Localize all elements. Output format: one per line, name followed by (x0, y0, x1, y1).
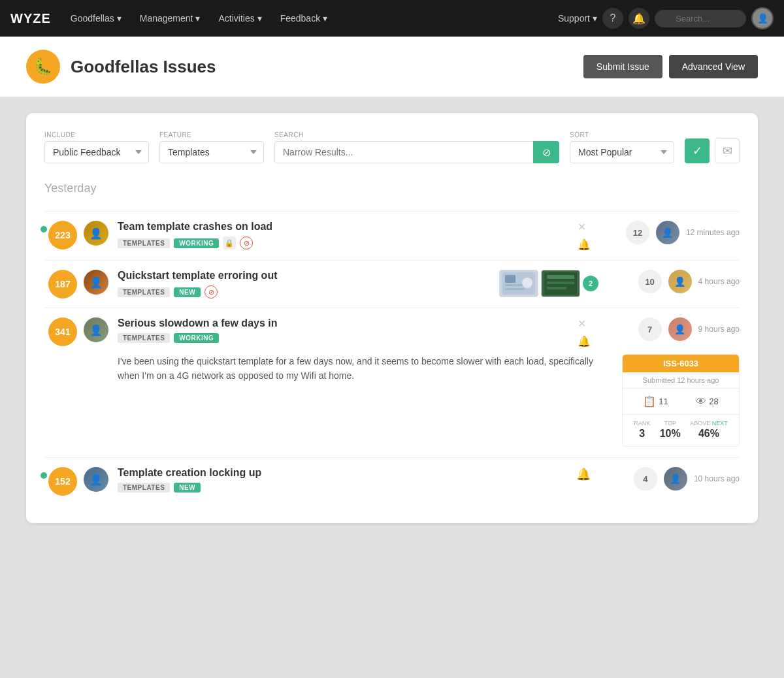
svg-rect-3 (505, 288, 525, 290)
nav-item-feedback[interactable]: Feedback ▾ (274, 9, 334, 27)
search-input[interactable] (274, 141, 559, 163)
nav-support[interactable]: Support ▾ (558, 13, 597, 24)
issue-item-2: 187 👤 Quickstart template erroring out T… (44, 260, 740, 308)
bell-action-icon-3[interactable]: 🔔 (578, 335, 591, 347)
issue-content-2: Quickstart template erroring out TEMPLAT… (118, 270, 499, 299)
tag-templates-3: TEMPLATES (118, 333, 170, 343)
vote-badge-2: 187 (48, 270, 77, 299)
thumbnail-2 (541, 270, 580, 297)
close-action-icon-3[interactable]: ✕ (578, 317, 591, 330)
nav-item-activities[interactable]: Activities ▾ (212, 9, 268, 27)
next-link[interactable]: NEXT (712, 420, 728, 427)
checkmark-icon: ✓ (693, 144, 702, 158)
user-avatar[interactable]: 👤 (751, 7, 774, 29)
sort-filter-group: SORT Most Popular Newest Most Votes (570, 131, 674, 163)
close-action-icon[interactable]: ✕ (578, 221, 591, 233)
search-wrap: 🔍 (655, 10, 746, 27)
iss-copy-count: 11 (659, 396, 668, 406)
issue-content-4: Template creation locking up TEMPLATES N… (118, 467, 568, 492)
issue-title-3[interactable]: Serious slowdown a few days in (118, 317, 570, 329)
email-filter-button[interactable]: ✉ (715, 138, 740, 163)
rank-value: 3 (634, 428, 650, 440)
vote-badge-3: 341 (48, 317, 77, 346)
advanced-view-button[interactable]: Advanced View (669, 55, 758, 78)
comment-count-4: 4 (634, 467, 657, 491)
feature-label: FEATURE (159, 131, 264, 138)
search-input-wrap: ⊘ (274, 141, 559, 163)
above-value: 46% (690, 428, 728, 440)
iss-view-count: 28 (709, 396, 718, 406)
issue-actions-3: ✕ 🔔 (578, 317, 591, 347)
issue-tags-1: TEMPLATES WORKING 🔒 ⊘ (118, 236, 570, 250)
sort-select[interactable]: Most Popular Newest Most Votes (570, 141, 674, 163)
meta-time-4: 10 hours ago (694, 474, 740, 483)
vote-badge: 223 (48, 221, 77, 250)
issue-item-4: 152 👤 Template creation locking up TEMPL… (44, 457, 740, 505)
user-avatar-4: 👤 (84, 467, 108, 492)
user-avatar-3: 👤 (84, 317, 108, 342)
svg-rect-6 (547, 275, 574, 279)
above-item: ABOVE NEXT 46% (690, 420, 728, 440)
bell-active-icon[interactable]: 🔔 (576, 468, 591, 481)
tag-templates-2: TEMPLATES (118, 287, 170, 297)
svg-point-4 (522, 278, 532, 288)
meta-avatar-2: 👤 (668, 270, 692, 293)
issue-title-1[interactable]: Team template crashes on load (118, 221, 570, 233)
include-select[interactable]: Public Feedback Private Feedback All Fee… (44, 141, 149, 163)
top-item: TOP 10% (660, 420, 681, 440)
include-label: INCLUDE (44, 131, 149, 138)
help-icon-btn[interactable]: ? (602, 8, 623, 29)
copy-icon: 📋 (643, 395, 656, 408)
issue-meta-2: 10 👤 4 hours ago (609, 270, 740, 293)
tag-working-3: WORKING (174, 333, 219, 343)
top-value: 10% (660, 428, 681, 440)
iss-card-rank: RANK 3 TOP 10% ABOVE NEXT 46% (623, 415, 739, 446)
feature-select[interactable]: Templates Dashboard Reports (159, 141, 264, 163)
notifications-icon-btn[interactable]: 🔔 (629, 8, 649, 29)
bell-action-icon[interactable]: 🔔 (578, 238, 591, 251)
nav-item-goodfellas[interactable]: Goodfellas ▾ (64, 9, 128, 27)
meta-time-3: 9 hours ago (698, 325, 740, 334)
iss-view-stat: 👁 28 (696, 395, 718, 408)
issue-title-2[interactable]: Quickstart template erroring out (118, 270, 499, 282)
meta-avatar-4: 👤 (664, 467, 687, 491)
svg-rect-1 (505, 275, 515, 283)
vote-badge-4: 152 (48, 467, 77, 496)
nav-search-input[interactable] (655, 10, 746, 27)
meta-time-1: 12 minutes ago (686, 228, 740, 237)
tag-templates-4: TEMPLATES (118, 483, 170, 492)
nav-item-management[interactable]: Management ▾ (133, 9, 207, 27)
issue-item: 223 👤 Team template crashes on load TEMP… (44, 211, 740, 260)
brand-logo[interactable]: WYZE (10, 11, 51, 26)
comment-count-1: 12 (626, 221, 649, 244)
meta-time-2: 4 hours ago (698, 277, 740, 286)
search-filter-button[interactable]: ⊘ (533, 141, 559, 163)
rank-label: RANK (634, 420, 650, 427)
page-icon: 🐛 (26, 50, 60, 84)
issue-meta-1: 12 👤 12 minutes ago (609, 221, 740, 244)
filter-actions: ✓ ✉ (685, 138, 740, 163)
above-label: ABOVE NEXT (690, 420, 728, 427)
navbar: WYZE Goodfellas ▾ Management ▾ Activitie… (0, 0, 784, 37)
rank-item: RANK 3 (634, 420, 650, 440)
ban-icon-2: ⊘ (204, 285, 218, 299)
status-dot-4 (41, 472, 47, 479)
issue-sidebar-card: ISS-6033 Submitted 12 hours ago 📋 11 👁 2… (622, 354, 740, 447)
meta-avatar-1: 👤 (656, 221, 679, 244)
submit-issue-button[interactable]: Submit Issue (583, 55, 662, 78)
main-content: INCLUDE Public Feedback Private Feedback… (0, 97, 784, 678)
eye-icon: 👁 (696, 396, 706, 408)
lock-icon: 🔒 (223, 236, 236, 250)
issue-tags-4: TEMPLATES NEW (118, 483, 568, 492)
apply-filter-button[interactable]: ✓ (685, 138, 710, 163)
tag-working: WORKING (174, 238, 219, 248)
filter-icon: ⊘ (542, 146, 551, 159)
iss-card-submitted: Submitted 12 hours ago (623, 372, 739, 389)
issue-title-4[interactable]: Template creation locking up (118, 467, 568, 479)
svg-rect-7 (547, 282, 574, 284)
svg-rect-8 (547, 287, 566, 289)
status-dot-active (41, 226, 47, 233)
search-filter-group: SEARCH ⊘ (274, 131, 559, 163)
tag-templates: TEMPLATES (118, 238, 170, 248)
user-avatar-2: 👤 (84, 270, 108, 295)
